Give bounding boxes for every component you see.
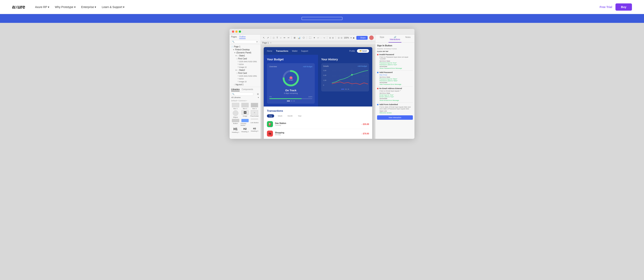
pct-start: 0% xyxy=(269,96,272,98)
gas-info: Gas Station Tuesday xyxy=(275,122,360,126)
widget-primary-button[interactable]: Primary Button xyxy=(240,119,249,126)
pen-tool[interactable]: ✏ xyxy=(283,36,286,39)
align-h-tool[interactable]: ⊞ xyxy=(329,37,331,39)
nav-link-learn-support[interactable]: Learn & Support ▾ xyxy=(102,5,124,9)
page-tab-close[interactable]: ✕ xyxy=(270,42,272,44)
fc2-label: First Card xyxy=(238,72,247,74)
widget-box3[interactable]: Box 3 xyxy=(250,103,259,110)
widget-link-button[interactable]: Link Button xyxy=(250,119,259,126)
more-tools[interactable]: ✂ xyxy=(287,36,290,39)
tree-item-page1[interactable]: 📄 Page 1 xyxy=(230,45,260,48)
pct-end: 100% xyxy=(308,96,312,98)
valid-form-action2: Welcome Screen xyxy=(380,112,413,114)
proto-send-button[interactable]: 💳 Send xyxy=(357,49,369,53)
shape-tool[interactable]: ○ xyxy=(280,36,282,39)
free-trial-link[interactable]: Free Trial xyxy=(600,5,612,9)
sidebar-filter-icon[interactable]: ⊞ xyxy=(256,41,258,43)
rect-tool[interactable]: □ xyxy=(272,36,275,39)
tab-outline[interactable]: Outline xyxy=(239,36,246,39)
distribute-h-tool[interactable]: ⊟ xyxy=(338,37,340,39)
invalid-pw-dot xyxy=(377,54,378,55)
redo-btn[interactable]: ↪ xyxy=(324,37,325,39)
box2-shape xyxy=(242,103,249,107)
tree-item-img2[interactable]: T Image 22 xyxy=(230,80,260,83)
nav-link-why-prototype[interactable]: Why Prototype ▾ xyxy=(55,5,76,9)
tree-item-img1[interactable]: T Image 22 xyxy=(230,66,260,69)
tab-libraries[interactable]: Libraries xyxy=(231,88,240,91)
invalid-pw-a5-text: Show Password Error Message xyxy=(380,67,402,69)
widget-h3[interactable]: H3 Heading 3 xyxy=(250,127,259,133)
lib-filter-arrow[interactable]: ▾ xyxy=(258,97,259,99)
proto-support-link[interactable]: Support xyxy=(301,50,308,52)
zoom-arrow[interactable]: ▾ xyxy=(350,37,352,39)
tree-item-state1[interactable]: ▼ □ State1 xyxy=(230,54,260,57)
widget-button[interactable]: Button xyxy=(231,119,240,126)
tree-item-dynamic-panel[interactable]: ▼ (Dynamic Panel) xyxy=(230,51,260,54)
widget-placeholder[interactable]: ✕ Placeholder xyxy=(250,110,259,118)
proto-home-link[interactable]: Home xyxy=(267,50,272,52)
history-header: Your History xyxy=(321,58,369,61)
connect-tool[interactable]: ↗ xyxy=(266,36,269,39)
chart-tool[interactable]: 📊 xyxy=(297,36,301,39)
flow-tool[interactable]: ⎔ xyxy=(302,36,305,39)
page-tab-label[interactable]: Page 1 xyxy=(262,42,269,44)
add-budget-btn-2[interactable]: Add Budget xyxy=(358,65,367,67)
add-budget-btn[interactable]: Add Budget xyxy=(303,66,312,68)
page1-label: Page 1 xyxy=(234,45,240,48)
tree-item-date1[interactable]: T 02/24 xyxy=(230,63,260,66)
panel-tab-style[interactable]: Style xyxy=(376,34,388,42)
preview-tool[interactable]: ⊞ xyxy=(293,36,296,39)
trans-tab-day[interactable]: Day xyxy=(267,114,274,118)
widget-image[interactable]: 🖼 Image xyxy=(240,110,249,118)
t-icon1: T xyxy=(238,61,239,63)
panel-tab-notes[interactable]: Notes xyxy=(402,34,414,42)
tree-item-date2[interactable]: T 02/24 xyxy=(230,77,260,80)
widget-box1[interactable]: Box 1 xyxy=(231,103,240,110)
proto-wallet-link[interactable]: Wallet xyxy=(292,50,297,52)
widget-h1[interactable]: H1 Heading 1 xyxy=(231,127,240,133)
sidebar-search-input[interactable] xyxy=(232,41,256,43)
tree-item-firstcard2[interactable]: □ First Card xyxy=(230,72,260,75)
no-email-action1: Set Error State xyxy=(380,92,413,94)
tab-pages[interactable]: Pages xyxy=(231,36,237,39)
tree-item-logout[interactable]: □ log-out 1 xyxy=(230,83,260,86)
budget-circle-inner: 👛 Budget xyxy=(289,76,293,81)
select-tool[interactable]: ↖ xyxy=(262,36,265,39)
proto-profile-label: Profile xyxy=(349,50,355,52)
tree-item-state2[interactable]: ▼ □ State2 xyxy=(230,69,260,72)
widget-h2[interactable]: H2 Heading 2 xyxy=(240,127,249,133)
text-tool[interactable]: T xyxy=(276,36,278,39)
distribute-v-tool[interactable]: ⊟ xyxy=(341,37,342,39)
trans-tab-year[interactable]: Year xyxy=(296,114,303,118)
trans-tab-week[interactable]: Week xyxy=(276,114,284,118)
next-page-btn[interactable]: ▶ xyxy=(353,37,355,39)
lib-plus-icon[interactable]: ⊕ xyxy=(257,93,259,96)
trans-tab-month[interactable]: Month xyxy=(286,114,294,118)
lib-search-input[interactable] xyxy=(231,93,253,96)
prototype-frame: Home Transactions Wallet Support Profile… xyxy=(264,47,372,139)
proto-transactions-link[interactable]: Transactions xyxy=(276,50,288,52)
tree-item-firstcard1[interactable]: □ First Card xyxy=(230,57,260,60)
widget-ellipse[interactable]: Ellipse xyxy=(231,110,240,118)
new-interaction-button[interactable]: New Interaction xyxy=(377,115,413,120)
fullscreen-tool[interactable]: ⛶ xyxy=(308,36,312,39)
panel-tab-interactions[interactable]: 🔗 Interactions xyxy=(388,34,402,42)
buy-button[interactable]: Buy xyxy=(616,3,632,11)
share-button[interactable]: ↑ Share xyxy=(356,36,368,40)
tree-item-fintech[interactable]: ▼ Fintech Desktop xyxy=(230,48,260,51)
budget-progress-bar xyxy=(269,98,312,99)
nav-link-enterprise[interactable]: Enterprise ▾ xyxy=(81,5,96,9)
widget-box2[interactable]: Box 2 xyxy=(240,103,249,110)
nav-link-axure-rp[interactable]: Axure RP ▾ xyxy=(35,5,49,9)
undo-btn[interactable]: ↩ xyxy=(318,37,319,39)
history-header-row: Details Add Budget xyxy=(323,65,367,67)
tree-item-card-num2[interactable]: T 2225-3441-5152-2351 xyxy=(230,75,260,77)
tree-item-card-num1[interactable]: T 2225-3441-5152-2351 xyxy=(230,60,260,63)
align-v-tool[interactable]: ⊞ xyxy=(332,37,334,39)
tab-components[interactable]: Components xyxy=(242,88,253,91)
invalid-pw-a2-text: Password Input to "true" xyxy=(380,62,397,64)
redo-divider: — xyxy=(320,37,322,39)
page1-icon: 📄 xyxy=(231,46,233,48)
user-avatar[interactable] xyxy=(369,35,374,40)
component-tool[interactable]: ✦ xyxy=(313,36,316,39)
